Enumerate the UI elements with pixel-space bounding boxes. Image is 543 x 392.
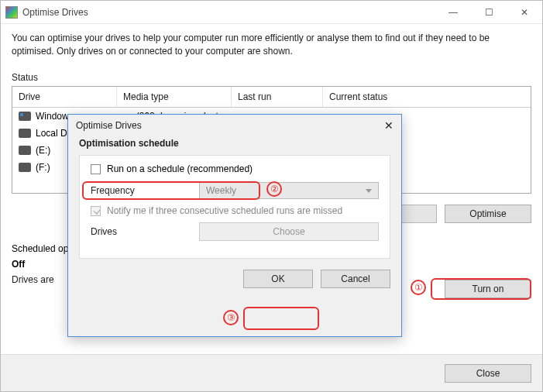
frequency-value: Weekly [206, 185, 236, 196]
drive-icon [19, 112, 31, 121]
col-media-type[interactable]: Media type [117, 87, 232, 107]
maximize-button[interactable]: ☐ [471, 1, 507, 24]
drive-icon [19, 129, 31, 138]
col-current-status[interactable]: Current status [323, 87, 531, 107]
run-schedule-label: Run on a schedule (recommended) [107, 163, 253, 174]
drive-name: (E:) [36, 145, 50, 156]
drives-row: Drives Choose [91, 222, 379, 241]
optimise-button[interactable]: Optimise [445, 205, 531, 223]
optimise-schedule-dialog: Optimise Drives ✕ Optimisation schedule … [67, 114, 402, 337]
intro-text: You can optimise your drives to help you… [12, 32, 531, 58]
choose-button: Choose [199, 222, 379, 241]
frequency-row: Frequency Weekly [91, 182, 379, 199]
annotation-circle-3: ③ [223, 310, 239, 325]
dialog-close-button[interactable]: ✕ [384, 119, 394, 132]
app-icon [5, 6, 18, 19]
col-drive[interactable]: Drive [12, 87, 117, 107]
annotation-box-3 [243, 307, 319, 330]
column-headers: Drive Media type Last run Current status [12, 87, 531, 108]
window-title: Optimise Drives [22, 7, 88, 18]
close-window-button[interactable]: ✕ [507, 1, 542, 24]
notify-row: Notify me if three consecutive scheduled… [91, 205, 379, 216]
dialog-title: Optimise Drives [76, 120, 142, 131]
bottom-bar: Close [1, 354, 542, 391]
drive-icon [19, 163, 31, 172]
notify-label: Notify me if three consecutive scheduled… [107, 205, 342, 216]
drive-name: (F:) [36, 162, 50, 173]
close-button[interactable]: Close [445, 364, 531, 383]
dialog-buttons: OK Cancel [68, 259, 401, 299]
status-label: Status [12, 72, 531, 83]
turn-on-button[interactable]: Turn on [445, 280, 531, 298]
minimize-button[interactable]: — [435, 1, 471, 24]
optimise-drives-window: Optimise Drives — ☐ ✕ You can optimise y… [0, 0, 543, 392]
col-last-run[interactable]: Last run [232, 87, 323, 107]
cancel-button[interactable]: Cancel [321, 270, 390, 288]
frequency-label: Frequency [91, 185, 199, 196]
ok-button[interactable]: OK [243, 270, 313, 288]
run-schedule-checkbox[interactable] [91, 164, 101, 174]
drives-label: Drives [91, 226, 199, 237]
titlebar: Optimise Drives — ☐ ✕ [1, 1, 542, 24]
frequency-combobox[interactable]: Weekly [199, 182, 379, 199]
run-schedule-row[interactable]: Run on a schedule (recommended) [91, 163, 379, 174]
dialog-header: Optimisation schedule [68, 138, 401, 155]
intro-line2: optimised. Only drives on or connected t… [12, 46, 293, 57]
dialog-panel: Run on a schedule (recommended) Frequenc… [79, 155, 390, 259]
dialog-titlebar: Optimise Drives ✕ [68, 115, 401, 138]
intro-line1: You can optimise your drives to help you… [12, 33, 490, 43]
drive-icon [19, 146, 31, 155]
notify-checkbox [91, 206, 101, 216]
